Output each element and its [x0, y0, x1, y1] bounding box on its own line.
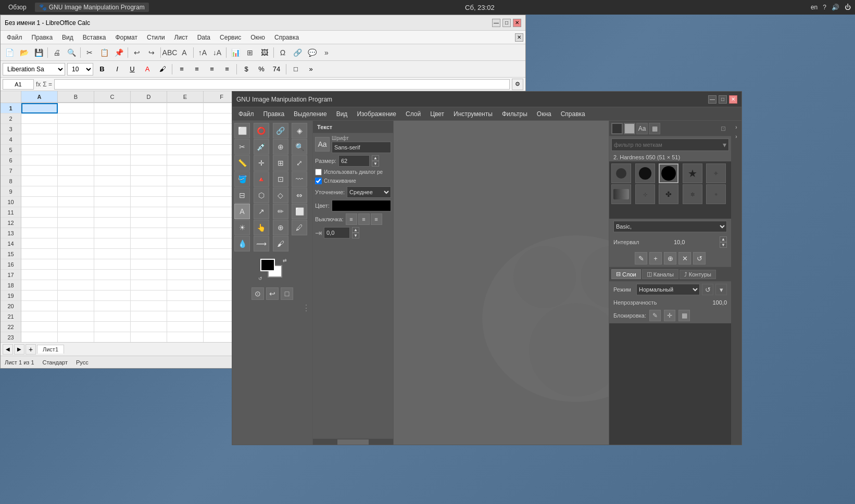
- view-button[interactable]: □: [281, 287, 293, 300]
- highlight-button[interactable]: 🖌: [156, 64, 169, 75]
- gimp-menu-image[interactable]: Изображение: [353, 109, 400, 119]
- lo-menu-tools[interactable]: Сервис: [216, 33, 245, 42]
- cell-c12[interactable]: [94, 218, 131, 228]
- cell-b11[interactable]: [58, 207, 94, 218]
- layers-tab[interactable]: ⊟ Слои: [611, 269, 641, 279]
- scroll-thumb[interactable]: [337, 439, 369, 445]
- font-name-select[interactable]: Liberation Sa: [3, 63, 65, 75]
- cell-b18[interactable]: [58, 280, 94, 291]
- indent-up-button[interactable]: ▲: [352, 227, 359, 233]
- smudge-tool[interactable]: 👆: [254, 220, 269, 235]
- brush-item-9[interactable]: ✼: [683, 184, 702, 204]
- move-tool[interactable]: ✛: [254, 155, 269, 171]
- transform-tool[interactable]: ⤢: [292, 155, 307, 171]
- cell-b23[interactable]: [58, 332, 94, 342]
- spellcheck-button[interactable]: ABC: [163, 46, 177, 59]
- text-color-swatch[interactable]: [332, 200, 391, 211]
- cell-d20[interactable]: [131, 301, 167, 311]
- lo-menu-window[interactable]: Окно: [246, 33, 269, 42]
- cell-d3[interactable]: [131, 124, 167, 134]
- cell-e18[interactable]: [167, 280, 204, 291]
- gimp-maximize-button[interactable]: □: [719, 95, 727, 104]
- mode-select[interactable]: Нормальный: [636, 284, 700, 295]
- add-sheet-button[interactable]: +: [26, 344, 36, 355]
- cell-e6[interactable]: [167, 155, 204, 166]
- expand-button[interactable]: ⋮: [302, 303, 310, 313]
- cell-d22[interactable]: [131, 322, 167, 332]
- cell-a14[interactable]: [21, 238, 58, 249]
- text-tool[interactable]: A: [234, 204, 250, 219]
- cell-e4[interactable]: [167, 134, 204, 145]
- cell-a4[interactable]: [21, 134, 58, 145]
- cell-e15[interactable]: [167, 249, 204, 259]
- cell-b10[interactable]: [58, 197, 94, 207]
- gimp-menu-tools[interactable]: Инструменты: [449, 109, 497, 119]
- pencil-tool[interactable]: ✏: [273, 204, 288, 219]
- cell-e21[interactable]: [167, 311, 204, 322]
- gimp-canvas[interactable]: [394, 121, 609, 445]
- color-selector[interactable]: ⇄ ↺: [258, 258, 287, 281]
- lock-position-button[interactable]: ✛: [664, 310, 675, 321]
- mode-down-button[interactable]: ▾: [715, 284, 727, 295]
- cell-c21[interactable]: [94, 311, 131, 322]
- hyperlink-button[interactable]: 🔗: [291, 46, 304, 59]
- cell-e16[interactable]: [167, 259, 204, 270]
- cell-e11[interactable]: [167, 207, 204, 218]
- undo-button[interactable]: ↩: [130, 46, 144, 59]
- cell-c8[interactable]: [94, 176, 131, 186]
- col-header-b[interactable]: B: [58, 91, 94, 103]
- gimp-menu-file[interactable]: Файл: [234, 109, 258, 119]
- cell-c20[interactable]: [94, 301, 131, 311]
- dodge-tool[interactable]: ☀: [234, 220, 250, 235]
- cell-d11[interactable]: [131, 207, 167, 218]
- justify-left-button[interactable]: ≡: [346, 213, 357, 225]
- brush-duplicate-button[interactable]: ⊕: [664, 252, 676, 264]
- cell-a8[interactable]: [21, 176, 58, 186]
- cell-d14[interactable]: [131, 238, 167, 249]
- cell-d10[interactable]: [131, 197, 167, 207]
- cell-b20[interactable]: [58, 301, 94, 311]
- cell-b5[interactable]: [58, 145, 94, 155]
- channels-tab[interactable]: ◫ Каналы: [642, 269, 678, 279]
- lo-menu-styles[interactable]: Стили: [143, 33, 169, 42]
- heal-tool[interactable]: ⊕: [273, 139, 288, 155]
- justify-button[interactable]: ≡: [220, 64, 234, 75]
- pick-color-tool[interactable]: 💉: [254, 139, 269, 155]
- insert-image-button[interactable]: 🖼: [258, 46, 271, 59]
- rect-select-tool[interactable]: ⬜: [234, 123, 250, 138]
- brush-item-selected[interactable]: [659, 163, 678, 183]
- reset-colors-btn[interactable]: ↺: [258, 276, 262, 281]
- cell-c17[interactable]: [94, 270, 131, 280]
- cell-d23[interactable]: [131, 332, 167, 342]
- prev-sheet-button[interactable]: ◀: [3, 344, 13, 355]
- number-format-button[interactable]: 74: [270, 64, 283, 75]
- cell-a20[interactable]: [21, 301, 58, 311]
- autocomplete-button[interactable]: A: [178, 46, 191, 59]
- font-size-select[interactable]: 10: [67, 63, 93, 75]
- cell-d5[interactable]: [131, 145, 167, 155]
- table-button[interactable]: ⊞: [243, 46, 257, 59]
- cell-c5[interactable]: [94, 145, 131, 155]
- cell-b12[interactable]: [58, 218, 94, 228]
- cell-e13[interactable]: [167, 228, 204, 238]
- cell-c9[interactable]: [94, 186, 131, 197]
- measure-tool[interactable]: 📏: [234, 155, 250, 171]
- cell-e9[interactable]: [167, 186, 204, 197]
- cell-b3[interactable]: [58, 124, 94, 134]
- mode-extra-button[interactable]: ↺: [702, 284, 713, 295]
- cell-e7[interactable]: [167, 166, 204, 176]
- warp-tool[interactable]: 〰: [292, 171, 307, 187]
- foreground-color-indicator[interactable]: [260, 259, 275, 271]
- cell-a2[interactable]: [21, 114, 58, 124]
- cell-a23[interactable]: [21, 332, 58, 342]
- new-button[interactable]: 📄: [3, 46, 16, 59]
- brush-new-button[interactable]: +: [649, 252, 662, 264]
- indent-input[interactable]: [324, 227, 350, 238]
- erase-tool[interactable]: ⬜: [292, 204, 307, 219]
- next-sheet-button[interactable]: ▶: [14, 344, 24, 355]
- brush-delete-button[interactable]: ✕: [678, 252, 691, 264]
- cell-d6[interactable]: [131, 155, 167, 166]
- cell-e8[interactable]: [167, 176, 204, 186]
- brush-item-2[interactable]: [635, 163, 655, 183]
- cell-d18[interactable]: [131, 280, 167, 291]
